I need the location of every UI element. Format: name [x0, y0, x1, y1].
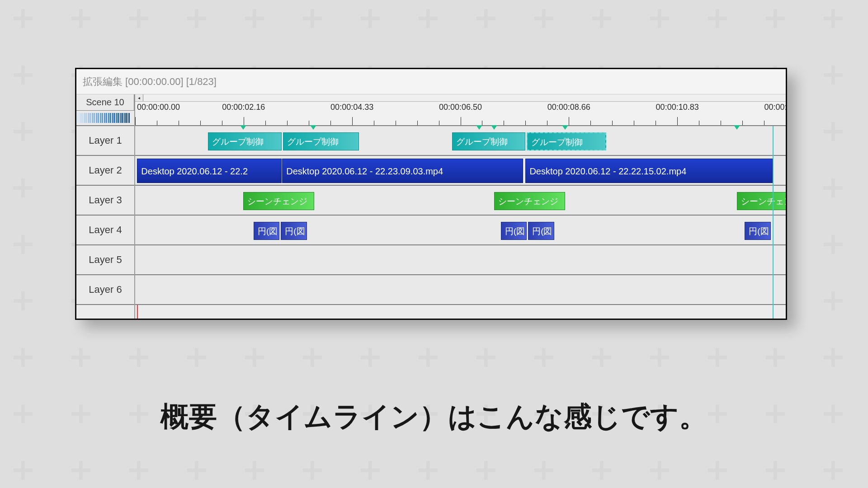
- timeline-window: 拡張編集 [00:00:00.00] [1/823] Scene 10 Laye…: [75, 68, 787, 320]
- clip[interactable]: グループ制御: [283, 132, 359, 150]
- zoom-bar[interactable]: [77, 113, 133, 123]
- clip[interactable]: 円(図: [254, 222, 280, 240]
- layer-label[interactable]: Layer 6: [76, 275, 134, 305]
- ruler-timecode: 00:00:02.16: [222, 103, 265, 112]
- ruler-timecode: 00:00:13.00: [764, 103, 786, 112]
- clip[interactable]: グループ制御: [208, 132, 282, 150]
- ruler-timecode: 00:00:04.33: [330, 103, 373, 112]
- layer-track[interactable]: [135, 245, 786, 275]
- clip[interactable]: シーンチェンジ: [737, 192, 786, 210]
- scroll-left-icon[interactable]: ◂: [135, 94, 143, 101]
- layer-label[interactable]: Layer 4: [76, 216, 134, 245]
- clip[interactable]: グループ制御: [527, 132, 606, 150]
- tracks-area: グループ制御グループ制御グループ制御グループ制御Desktop 2020.06.…: [135, 126, 786, 319]
- marker-icon: [476, 125, 482, 130]
- layer-label[interactable]: Layer 5: [76, 245, 134, 275]
- right-column: ◂ 00:00:00.0000:00:02.1600:00:04.3300:00…: [135, 94, 786, 319]
- layer-label[interactable]: Layer 3: [76, 186, 134, 216]
- layer-label[interactable]: Layer 2: [76, 156, 134, 186]
- clip[interactable]: Desktop 2020.06.12 - 22.23.09.03.mp4: [282, 159, 523, 183]
- scene-selector[interactable]: Scene 10: [76, 94, 134, 111]
- marker-icon: [734, 125, 740, 130]
- ruler-timecode: 00:00:06.50: [439, 103, 482, 112]
- clip[interactable]: 円(図: [501, 222, 527, 240]
- window-title: 拡張編集 [00:00:00.00] [1/823]: [83, 75, 217, 89]
- layer-track[interactable]: シーンチェンジシーンチェンジシーンチェンジ: [135, 186, 786, 216]
- left-column: Scene 10 Layer 1Layer 2Layer 3Layer 4Lay…: [76, 94, 135, 319]
- ruler-timecode: 00:00:08.66: [547, 103, 590, 112]
- time-ruler[interactable]: 00:00:00.0000:00:02.1600:00:04.3300:00:0…: [135, 102, 786, 126]
- layer-label[interactable]: Layer 1: [76, 126, 134, 156]
- clip[interactable]: 円(図: [281, 222, 307, 240]
- marker-icon: [310, 125, 316, 130]
- clip[interactable]: シーンチェンジ: [494, 192, 565, 210]
- clip[interactable]: Desktop 2020.06.12 - 22.22.15.02.mp4: [525, 159, 773, 183]
- zoom-slider[interactable]: [76, 111, 134, 126]
- ruler-timecode: 00:00:00.00: [137, 103, 180, 112]
- marker-icon: [240, 125, 246, 130]
- marker-icon: [562, 125, 568, 130]
- h-scrollbar[interactable]: ◂: [135, 94, 786, 102]
- clip[interactable]: グループ制御: [452, 132, 526, 150]
- layer-track[interactable]: グループ制御グループ制御グループ制御グループ制御: [135, 126, 786, 156]
- clip[interactable]: 円(図: [528, 222, 554, 240]
- scene-label: Scene 10: [86, 97, 124, 108]
- layer-track[interactable]: Desktop 2020.06.12 - 22.2Desktop 2020.06…: [135, 156, 786, 186]
- layer-track[interactable]: 円(図円(図円(図円(図円(図: [135, 216, 786, 245]
- ruler-timecode: 00:00:10.83: [656, 103, 699, 112]
- clip[interactable]: 円(図: [745, 222, 771, 240]
- window-titlebar[interactable]: 拡張編集 [00:00:00.00] [1/823]: [76, 69, 786, 94]
- clip[interactable]: シーンチェンジ: [243, 192, 314, 210]
- marker-icon: [491, 125, 497, 130]
- caption-text: 概要（タイムライン）はこんな感じです。: [0, 398, 868, 436]
- layer-track[interactable]: [135, 275, 786, 305]
- clip[interactable]: Desktop 2020.06.12 - 22.2: [137, 159, 281, 183]
